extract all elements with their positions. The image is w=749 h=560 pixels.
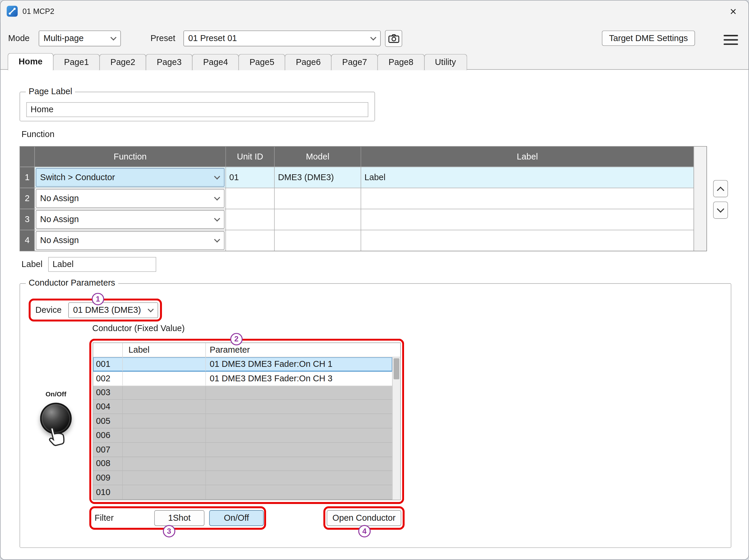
window-title: 01 MCP2	[22, 1, 54, 22]
parameter-row-001[interactable]: 001 01 DME3 DME3 Fader:On CH 1	[93, 358, 392, 371]
row-parameter: 01 DME3 DME3 Fader:On CH 3	[205, 371, 392, 385]
chevron-down-icon	[214, 215, 220, 221]
tab-page1[interactable]: Page1	[53, 54, 100, 70]
annotation-number-1: 1	[92, 293, 104, 305]
function-row-4[interactable]: 4 No Assign	[20, 230, 693, 251]
tab-label: Page7	[342, 57, 367, 67]
row-index: 004	[93, 400, 122, 414]
preset-value: 01 Preset 01	[188, 34, 237, 43]
conductor-parameters-legend: Conductor Parameters	[26, 278, 118, 288]
device-select[interactable]: 01 DME3 (DME3)	[68, 302, 158, 318]
label-cell	[361, 209, 693, 230]
tab-page5[interactable]: Page5	[238, 54, 285, 70]
parameter-row-003[interactable]: 003	[93, 386, 392, 400]
conductor-list-rows: 001 01 DME3 DME3 Fader:On CH 1 002 01 DM…	[93, 358, 392, 500]
chevron-down-icon	[214, 236, 220, 242]
target-dme-settings-button[interactable]: Target DME Settings	[602, 31, 695, 46]
preset-select[interactable]: 01 Preset 01	[184, 31, 381, 46]
tab-label: Page6	[296, 57, 321, 67]
label-field-label: Label	[22, 257, 43, 272]
row-index: 010	[93, 485, 122, 499]
filter-1shot-button[interactable]: 1Shot	[154, 510, 205, 526]
close-button[interactable]: ×	[718, 1, 749, 22]
tab-page2[interactable]: Page2	[100, 54, 147, 70]
header-row-number	[20, 147, 35, 167]
menu-bar-icon	[724, 43, 738, 45]
row-number: 3	[20, 209, 35, 230]
function-row-1[interactable]: 1 Switch > Conductor 01 DME3 (DME3) Labe…	[20, 167, 693, 188]
tab-page7[interactable]: Page7	[331, 54, 378, 70]
model-cell: DME3 (DME3)	[274, 167, 361, 188]
tab-label: Home	[19, 57, 43, 67]
close-icon: ×	[730, 5, 736, 18]
conductor-list-title: Conductor (Fixed Value)	[92, 323, 185, 333]
row-label	[122, 414, 205, 428]
header-model: Model	[274, 147, 361, 167]
parameter-row-009[interactable]: 009	[93, 471, 392, 485]
tab-page3[interactable]: Page3	[146, 54, 193, 70]
tab-page8[interactable]: Page8	[378, 54, 424, 70]
conductor-list-scrollbar[interactable]	[392, 358, 400, 500]
function-select-1[interactable]: Switch > Conductor	[36, 168, 224, 187]
parameter-row-010[interactable]: 010	[93, 485, 392, 499]
tab-label: Page3	[157, 57, 181, 67]
tab-home[interactable]: Home	[8, 53, 53, 70]
menu-bar-icon	[724, 35, 738, 36]
row-parameter	[205, 485, 392, 499]
label-cell	[361, 230, 693, 251]
tab-page4[interactable]: Page4	[192, 54, 239, 70]
label-cell: Label	[361, 167, 693, 188]
row-label	[122, 371, 205, 385]
knob-label: On/Off	[40, 390, 72, 398]
mode-select[interactable]: Multi-page	[39, 31, 121, 46]
parameter-row-008[interactable]: 008	[93, 457, 392, 471]
function-table-scrollbar[interactable]	[693, 147, 706, 251]
function-select-4[interactable]: No Assign	[36, 231, 224, 250]
chevron-down-icon	[214, 194, 220, 200]
tab-utility[interactable]: Utility	[424, 54, 467, 70]
scrollbar-thumb[interactable]	[394, 358, 399, 379]
function-select-3[interactable]: No Assign	[36, 210, 224, 229]
row-label	[122, 400, 205, 414]
function-row-2[interactable]: 2 No Assign	[20, 188, 693, 209]
hamburger-menu-button[interactable]	[724, 35, 738, 45]
model-cell	[274, 209, 361, 230]
function-value: Switch > Conductor	[40, 172, 115, 182]
row-parameter	[205, 429, 392, 443]
parameter-row-004[interactable]: 004	[93, 400, 392, 414]
page-label-legend: Page Label	[26, 87, 75, 96]
row-parameter	[205, 443, 392, 457]
filter-onoff-label: On/Off	[224, 513, 249, 523]
model-cell	[274, 188, 361, 209]
mode-value: Multi-page	[43, 34, 84, 43]
row-label	[122, 457, 205, 471]
function-value: No Assign	[40, 235, 79, 245]
filter-onoff-button[interactable]: On/Off	[209, 510, 263, 526]
row-number: 1	[20, 167, 35, 188]
tab-page6[interactable]: Page6	[285, 54, 332, 70]
annotation-number-2: 2	[230, 333, 243, 345]
move-up-button[interactable]	[713, 180, 728, 197]
store-preset-button[interactable]	[385, 30, 402, 47]
open-conductor-button[interactable]: Open Conductor	[327, 510, 401, 526]
move-down-button[interactable]	[713, 202, 728, 219]
row-parameter	[205, 386, 392, 400]
tab-strip: Home Page1 Page2 Page3 Page4 Page5 Page6…	[8, 53, 467, 70]
row-index: 006	[93, 429, 122, 443]
model-cell	[274, 230, 361, 251]
parameter-row-006[interactable]: 006	[93, 429, 392, 443]
parameter-row-002[interactable]: 002 01 DME3 DME3 Fader:On CH 3	[93, 371, 392, 386]
label-input[interactable]	[48, 257, 156, 272]
row-label	[122, 386, 205, 400]
parameter-row-007[interactable]: 007	[93, 443, 392, 457]
chevron-down-icon	[370, 34, 377, 41]
function-value: No Assign	[40, 193, 79, 203]
header-label: Label	[361, 147, 693, 167]
function-select-2[interactable]: No Assign	[36, 189, 224, 208]
function-row-3[interactable]: 3 No Assign	[20, 209, 693, 230]
row-parameter	[205, 400, 392, 414]
tab-label: Utility	[435, 57, 456, 67]
unit-id-cell	[226, 209, 274, 230]
parameter-row-005[interactable]: 005	[93, 414, 392, 429]
annotation-number-3: 3	[163, 525, 175, 537]
